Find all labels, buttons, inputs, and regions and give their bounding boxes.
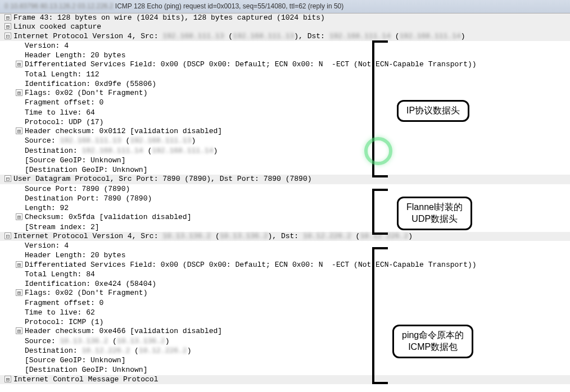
expand-icon[interactable]: ⊞: [4, 376, 11, 382]
expander-placeholder: [16, 270, 22, 276]
tree-row[interactable]: Time to live: 64: [0, 108, 570, 117]
collapse-icon[interactable]: ⊟: [4, 33, 11, 39]
expand-icon[interactable]: ⊞: [16, 327, 22, 334]
row-text: Flags: 0x02 (Don't Fragment): [25, 289, 570, 298]
redacted-ip: 10.13.136.2: [117, 337, 165, 345]
tree-row[interactable]: Fragment offset: 0: [0, 98, 570, 107]
tree-row[interactable]: [Source GeoIP: Unknown]: [0, 156, 570, 165]
tree-row[interactable]: ⊞Internet Control Message Protocol: [0, 375, 570, 384]
row-text: Length: 92: [25, 204, 570, 213]
tree-row[interactable]: Source Port: 7890 (7890): [0, 184, 570, 194]
tree-row[interactable]: Version: 4: [0, 41, 570, 51]
expand-icon[interactable]: ⊞: [16, 127, 22, 134]
header-blur: 0 10.83796 80.13.126.2 03.12.226.2: [4, 2, 114, 11]
tree-row[interactable]: Header Length: 20 bytes: [0, 51, 570, 60]
expander-placeholder: [16, 355, 22, 362]
expand-icon[interactable]: ⊞: [16, 89, 22, 96]
tree-row[interactable]: ⊞Differentiated Services Field: 0x00 (DS…: [0, 60, 570, 69]
tree-row[interactable]: Total Length: 112: [0, 70, 570, 79]
redacted-ip: 192.168.111.14: [400, 32, 461, 40]
row-text: Version: 4: [25, 42, 570, 51]
annotation-flannel-udp: Flannel封装的 UDP数据头: [397, 197, 472, 230]
tree-row[interactable]: ⊞Linux cooked capture: [0, 22, 570, 31]
expander-placeholder: [16, 346, 22, 353]
tree-row[interactable]: Time to live: 62: [0, 308, 570, 317]
expander-placeholder: [16, 117, 22, 124]
expander-placeholder: [16, 279, 22, 286]
row-text: Fragment offset: 0: [25, 299, 570, 308]
expander-placeholder: [16, 51, 22, 57]
packet-details-tree[interactable]: ⊞Frame 43: 128 bytes on wire (1024 bits)…: [0, 13, 570, 384]
redacted-ip: 10.13.136.2: [60, 337, 108, 345]
expander-placeholder: [16, 136, 22, 143]
expander-placeholder: [16, 98, 22, 104]
expand-icon[interactable]: ⊞: [4, 23, 11, 30]
tree-row[interactable]: [Destination GeoIP: Unknown]: [0, 365, 570, 375]
row-text: Time to live: 64: [25, 108, 570, 117]
tree-row[interactable]: [Source GeoIP: Unknown]: [0, 355, 570, 365]
expander-placeholder: [16, 70, 22, 76]
tree-row[interactable]: [Stream index: 2]: [0, 222, 570, 232]
expander-placeholder: [16, 241, 22, 248]
tree-row[interactable]: Source: 10.13.136.2 (10.13.136.2): [0, 336, 570, 346]
row-text: Linux cooked capture: [13, 22, 570, 31]
row-text: Protocol: ICMP (1): [25, 318, 570, 327]
tree-row[interactable]: Identification: 0xe424 (58404): [0, 279, 570, 289]
tree-row[interactable]: Destination: 192.168.111.14 (192.168.111…: [0, 146, 570, 156]
tree-row[interactable]: Total Length: 84: [0, 270, 570, 279]
expander-placeholder: [16, 365, 22, 372]
row-text: [Source GeoIP: Unknown]: [25, 356, 570, 365]
row-text: Header checksum: 0xe466 [validation disa…: [25, 327, 570, 336]
expander-placeholder: [16, 194, 22, 200]
tree-row[interactable]: Protocol: ICMP (1): [0, 317, 570, 327]
tree-row[interactable]: ⊞Flags: 0x02 (Don't Fragment): [0, 89, 570, 98]
redacted-ip: 192.168.111.13: [130, 136, 191, 145]
row-text: Identification: 0xd9fe (55806): [25, 80, 570, 89]
tree-row[interactable]: ⊞Frame 43: 128 bytes on wire (1024 bits)…: [0, 13, 570, 22]
redacted-ip: 10.12.226.2: [139, 347, 187, 355]
tree-row[interactable]: Length: 92: [0, 203, 570, 213]
tree-row[interactable]: ⊟Internet Protocol Version 4, Src: 192.1…: [0, 32, 570, 41]
tree-row[interactable]: ⊞Flags: 0x02 (Don't Fragment): [0, 289, 570, 298]
expand-icon[interactable]: ⊞: [16, 261, 22, 268]
tree-row[interactable]: ⊞Header checksum: 0xe466 [validation dis…: [0, 327, 570, 336]
tree-row[interactable]: ⊞Differentiated Services Field: 0x00 (DS…: [0, 261, 570, 270]
collapse-icon[interactable]: ⊟: [4, 233, 11, 239]
row-text: [Source GeoIP: Unknown]: [25, 156, 570, 165]
expand-icon[interactable]: ⊞: [16, 213, 22, 220]
expand-icon[interactable]: ⊞: [4, 14, 11, 21]
row-text: Total Length: 112: [25, 70, 570, 79]
expander-placeholder: [16, 184, 22, 191]
tree-row[interactable]: Source: 192.168.111.13 (192.168.111.13): [0, 136, 570, 145]
row-text: Internet Protocol Version 4, Src: 10.13.…: [13, 232, 570, 241]
tree-row[interactable]: [Destination GeoIP: Unknown]: [0, 165, 570, 175]
row-text: Internet Control Message Protocol: [13, 375, 570, 384]
tree-row[interactable]: ⊞Checksum: 0x5fda [validation disabled]: [0, 213, 570, 222]
expander-placeholder: [16, 308, 22, 314]
tree-row[interactable]: ⊞Header checksum: 0x0112 [validation dis…: [0, 127, 570, 136]
tree-row[interactable]: Destination Port: 7890 (7890): [0, 194, 570, 203]
tree-row[interactable]: Destination: 10.12.226.2 (10.12.226.2): [0, 346, 570, 355]
redacted-ip: 192.168.111.14: [82, 147, 143, 155]
tree-row[interactable]: Fragment offset: 0: [0, 298, 570, 308]
expand-icon[interactable]: ⊞: [16, 289, 22, 296]
tree-row[interactable]: Protocol: UDP (17): [0, 117, 570, 127]
expander-placeholder: [16, 108, 22, 115]
tree-row[interactable]: ⊟User Datagram Protocol, Src Port: 7890 …: [0, 175, 570, 184]
redacted-ip: 192.168.111.13: [162, 32, 224, 40]
collapse-icon[interactable]: ⊟: [4, 175, 11, 182]
expander-placeholder: [16, 203, 22, 210]
redacted-ip: 10.13.136.2: [220, 232, 268, 240]
row-text: Version: 4: [25, 241, 570, 250]
tree-row[interactable]: Header Length: 20 bytes: [0, 250, 570, 260]
tree-row[interactable]: Version: 4: [0, 241, 570, 250]
row-text: Checksum: 0x5fda [validation disabled]: [25, 213, 570, 222]
tree-row[interactable]: ⊟Internet Protocol Version 4, Src: 10.13…: [0, 232, 570, 241]
bracket-section-2: [372, 189, 388, 235]
row-text: Flags: 0x02 (Don't Fragment): [25, 89, 570, 98]
redacted-ip: 192.168.111.14: [152, 147, 213, 155]
row-text: [Destination GeoIP: Unknown]: [25, 166, 570, 175]
redacted-ip: 10.12.226.2: [82, 347, 130, 355]
expand-icon[interactable]: ⊞: [16, 61, 22, 67]
tree-row[interactable]: Identification: 0xd9fe (55806): [0, 79, 570, 89]
